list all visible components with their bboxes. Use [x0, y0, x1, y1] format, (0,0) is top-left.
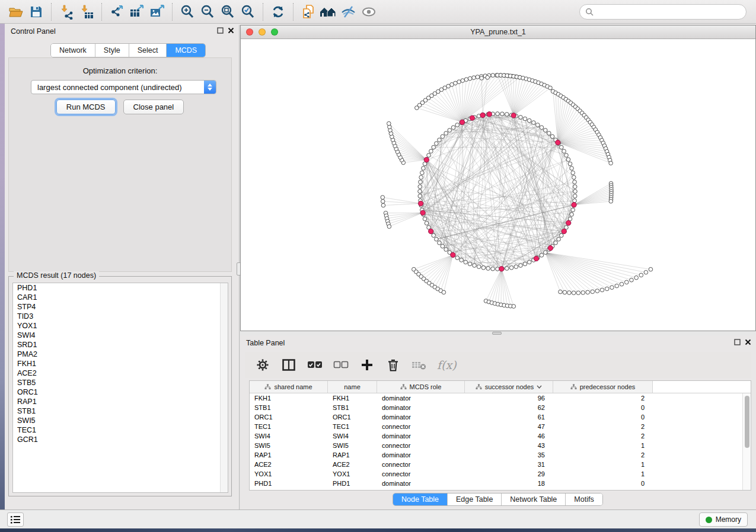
network-node[interactable] [523, 117, 527, 121]
network-node[interactable] [387, 225, 391, 229]
network-node[interactable] [505, 113, 509, 117]
network-node[interactable] [441, 244, 445, 248]
network-node[interactable] [432, 233, 436, 238]
network-node[interactable] [455, 123, 460, 127]
dominator-node[interactable] [556, 140, 560, 145]
column-header-mcds-role[interactable]: MCDS role [377, 381, 465, 393]
network-node[interactable] [527, 118, 531, 123]
network-node[interactable] [460, 258, 464, 262]
network-node[interactable] [387, 121, 391, 126]
network-node[interactable] [571, 171, 575, 175]
network-node[interactable] [630, 278, 634, 282]
network-node[interactable] [639, 273, 643, 277]
network-node[interactable] [547, 132, 551, 136]
clone-network-icon[interactable] [298, 2, 318, 21]
network-node[interactable] [519, 116, 523, 120]
mcds-result-item[interactable]: PMA2 [13, 350, 228, 359]
network-node[interactable] [468, 262, 472, 266]
network-node[interactable] [500, 112, 505, 116]
table-row[interactable]: PHD1PHD1dominator180 [250, 479, 742, 488]
refresh-icon[interactable] [268, 2, 288, 21]
mcds-result-item[interactable]: STP4 [13, 302, 228, 312]
network-node[interactable] [540, 126, 544, 130]
dominator-node[interactable] [499, 267, 504, 271]
mcds-result-item[interactable]: STB5 [13, 378, 228, 387]
zoom-out-icon[interactable] [197, 2, 218, 21]
mcds-result-item[interactable]: TID3 [13, 312, 228, 321]
export-image-icon[interactable] [147, 2, 167, 21]
float-panel-icon[interactable] [217, 27, 224, 34]
network-node[interactable] [491, 73, 495, 78]
optimization-criterion-dropdown[interactable]: largest connected component (undirected) [31, 80, 216, 94]
network-window-titlebar[interactable]: YPA_prune.txt_1 [241, 25, 755, 39]
tab-edge-table[interactable]: Edge Table [448, 493, 502, 505]
close-panel-button[interactable]: Close panel [123, 100, 184, 114]
network-node[interactable] [425, 221, 429, 225]
dominator-node[interactable] [534, 256, 538, 261]
delete-table-icon[interactable] [411, 355, 428, 374]
table-row[interactable]: STB1STB1dominator620 [250, 403, 742, 412]
table-row[interactable]: ORC1ORC1dominator610 [250, 412, 742, 422]
network-node[interactable] [563, 290, 567, 294]
dominator-node[interactable] [572, 203, 576, 207]
network-node[interactable] [418, 194, 422, 198]
network-node[interactable] [610, 286, 614, 290]
network-node[interactable] [423, 217, 427, 221]
show-columns-icon[interactable] [280, 355, 297, 374]
network-node[interactable] [480, 76, 484, 81]
mcds-result-item[interactable]: ACE2 [13, 368, 228, 378]
select-all-icon[interactable] [307, 355, 323, 374]
network-node[interactable] [496, 112, 500, 116]
mcds-result-item[interactable]: SRD1 [13, 340, 228, 350]
network-node[interactable] [419, 180, 423, 184]
network-node[interactable] [571, 208, 575, 212]
network-node[interactable] [634, 275, 639, 280]
network-node[interactable] [486, 267, 490, 271]
network-node[interactable] [624, 280, 629, 284]
network-node[interactable] [532, 121, 536, 125]
network-node[interactable] [570, 213, 574, 217]
network-node[interactable] [451, 126, 455, 130]
network-node[interactable] [509, 266, 513, 270]
network-node[interactable] [418, 185, 422, 189]
tab-motifs[interactable]: Motifs [566, 493, 602, 505]
network-node[interactable] [562, 149, 566, 153]
network-node[interactable] [572, 175, 576, 180]
network-node[interactable] [455, 256, 460, 260]
show-panels-button[interactable] [7, 512, 24, 527]
add-row-icon[interactable] [359, 355, 375, 374]
network-graph[interactable] [241, 39, 755, 331]
dominator-node[interactable] [470, 116, 474, 120]
network-node[interactable] [576, 291, 580, 295]
network-node[interactable] [560, 145, 564, 149]
network-node[interactable] [476, 75, 480, 79]
table-row[interactable]: ACE2ACE2connector311 [250, 460, 742, 469]
network-node[interactable] [472, 76, 476, 80]
horizontal-splitter-handle[interactable] [492, 332, 502, 335]
network-node[interactable] [486, 75, 490, 79]
network-node[interactable] [644, 270, 648, 274]
network-node[interactable] [568, 162, 572, 166]
table-scrollbar-thumb[interactable] [745, 396, 749, 448]
search-input[interactable] [596, 6, 746, 18]
table-row[interactable]: SWI4SWI4dominator462 [250, 431, 742, 441]
run-mcds-button[interactable]: Run MCDS [56, 100, 116, 114]
table-row[interactable]: SWI5SWI5connector431 [250, 441, 742, 450]
network-node[interactable] [649, 267, 653, 271]
dominator-node[interactable] [548, 246, 553, 251]
mcds-result-item[interactable]: RAP1 [13, 397, 228, 406]
network-node[interactable] [581, 291, 585, 295]
network-node[interactable] [554, 241, 558, 245]
settings-icon[interactable] [254, 355, 271, 374]
network-node[interactable] [491, 267, 495, 271]
first-neighbors-icon[interactable] [318, 2, 339, 21]
network-node[interactable] [573, 180, 577, 184]
mcds-list-scrollbar[interactable] [220, 283, 228, 492]
network-node[interactable] [566, 158, 570, 162]
network-node[interactable] [570, 166, 574, 171]
network-canvas[interactable] [241, 39, 755, 331]
network-node[interactable] [464, 78, 468, 82]
network-node[interactable] [473, 264, 477, 268]
network-node[interactable] [432, 145, 436, 149]
network-node[interactable] [435, 237, 439, 241]
